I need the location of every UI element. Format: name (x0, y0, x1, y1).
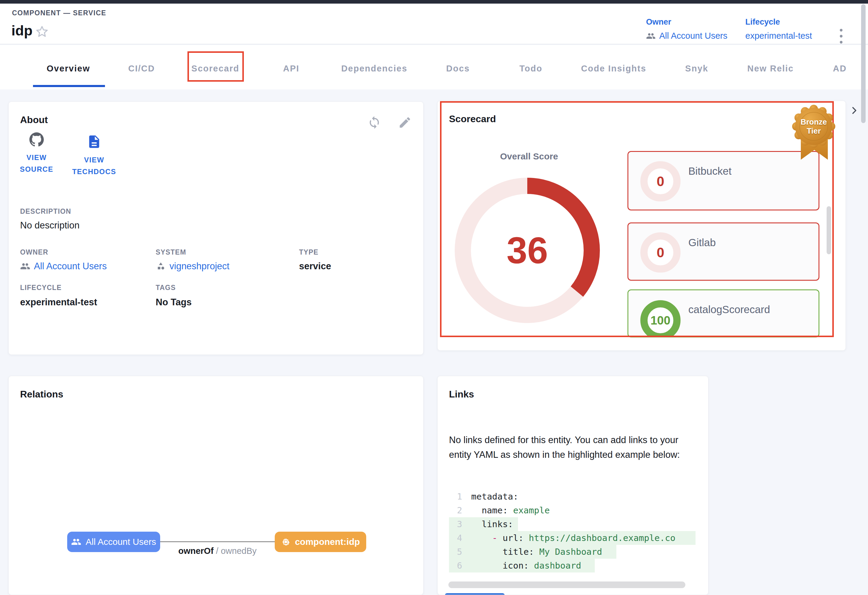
edit-pencil-icon[interactable] (398, 115, 412, 129)
overall-score-label: Overall Score (484, 151, 574, 161)
overall-score-value: 36 (454, 177, 601, 324)
tags-field-label: TAGS (156, 284, 176, 292)
view-source-link[interactable]: VIEW SOURCE (14, 132, 59, 175)
github-icon (30, 132, 44, 147)
people-icon (20, 261, 30, 271)
tabs-overflow-chevron-right-icon[interactable] (849, 105, 860, 116)
tab-ad-truncated[interactable]: AD (833, 64, 847, 74)
type-field-label: TYPE (299, 248, 319, 256)
lifecycle-field-value: experimental-test (20, 297, 97, 308)
links-card: Links No links defined for this entity. … (437, 376, 709, 595)
relation-node-all-account-users[interactable]: All Account Users (67, 532, 160, 552)
lifecycle-value: experimental-test (745, 31, 812, 41)
relation-node-component-idp[interactable]: component:idp (275, 532, 366, 552)
code-horizontal-scrollbar[interactable] (449, 582, 685, 588)
owner-field-label: OWNER (20, 248, 48, 256)
links-empty-text: No links defined for this entity. You ca… (449, 432, 692, 462)
tab-snyk[interactable]: Snyk (685, 64, 708, 74)
tab-cicd[interactable]: CI/CD (128, 64, 155, 74)
owner-label: Owner (646, 18, 727, 27)
more-options-kebab-icon[interactable] (840, 29, 843, 43)
scorecard-item-bitbucket[interactable]: 0 Bitbucket (627, 151, 819, 210)
scorecard-item-gitlab[interactable]: 0 Gitlab (627, 222, 819, 281)
about-card: About VIEW SOURCE VIEW TECHDOCS DESCRIPT… (8, 101, 424, 355)
header-owner: Owner All Account Users (646, 18, 727, 41)
description-label: DESCRIPTION (20, 207, 71, 216)
page-scrollbar[interactable] (861, 4, 866, 123)
view-techdocs-link[interactable]: VIEW TECHDOCS (66, 134, 123, 178)
entity-tabs: Overview CI/CD Scorecard API Dependencie… (0, 45, 868, 89)
tab-docs[interactable]: Docs (446, 64, 470, 74)
techdocs-document-icon (87, 134, 102, 149)
relation-edge (160, 541, 275, 542)
owner-link[interactable]: All Account Users (646, 31, 727, 41)
active-tab-indicator (33, 85, 105, 87)
favorite-star-icon[interactable] (35, 25, 49, 39)
refresh-icon[interactable] (368, 115, 381, 129)
score-ring: 0 (640, 161, 681, 201)
relations-title: Relations (20, 389, 63, 400)
tab-api[interactable]: API (283, 64, 299, 74)
bronze-tier-label: Bronze Tier (790, 102, 838, 150)
yaml-example-code: 1metadata: 2name: example 3links: 4- url… (449, 490, 698, 573)
chip-icon (281, 537, 291, 547)
tab-todo[interactable]: Todo (520, 64, 543, 74)
breadcrumb: COMPONENT — SERVICE (12, 9, 106, 17)
code-line: 1metadata: (449, 490, 698, 503)
scorecard-card: Scorecard Bronze T (437, 101, 846, 351)
tab-code-insights[interactable]: Code Insights (581, 64, 647, 74)
code-line-highlighted: 5title: My Dashboard (449, 545, 616, 559)
page-title: idp (12, 22, 32, 39)
view-source-label: VIEW SOURCE (14, 152, 59, 175)
tab-new-relic[interactable]: New Relic (747, 64, 794, 74)
lifecycle-field-label: LIFECYCLE (20, 284, 62, 292)
scorecard-item-catalogscorecard[interactable]: 100 catalogScorecard (627, 289, 819, 337)
scorecard-title: Scorecard (449, 114, 496, 124)
score-ring: 0 (640, 232, 681, 272)
code-line-highlighted: 4- url: https://dashboard.example.co (449, 531, 695, 545)
entity-header: COMPONENT — SERVICE idp Owner All Accoun… (0, 4, 868, 44)
scorecard-list-scrollbar[interactable] (827, 206, 831, 254)
system-field-link[interactable]: vigneshproject (156, 261, 229, 272)
tab-scorecard[interactable]: Scorecard (191, 64, 239, 74)
owner-value: All Account Users (659, 31, 727, 41)
about-title: About (20, 114, 48, 126)
tab-overview[interactable]: Overview (47, 64, 90, 74)
people-icon (71, 537, 81, 547)
code-line-highlighted: 3links: (449, 517, 518, 531)
tags-field-value: No Tags (156, 297, 192, 308)
people-icon (646, 31, 655, 41)
tab-dependencies[interactable]: Dependencies (341, 64, 407, 74)
links-title: Links (449, 389, 474, 400)
description-value: No description (20, 220, 80, 231)
relations-card: Relations ownerOf / ownedBy All Account … (8, 376, 424, 595)
top-accent-bar (0, 0, 868, 4)
entity-page: COMPONENT — SERVICE idp Owner All Accoun… (0, 0, 868, 595)
score-ring: 100 (640, 300, 681, 337)
system-field-label: SYSTEM (156, 248, 186, 256)
code-line-highlighted: 6icon: dashboard (449, 559, 595, 573)
owner-field-link[interactable]: All Account Users (20, 261, 107, 272)
relation-edge-label: ownerOf / ownedBy (160, 546, 275, 556)
lifecycle-label: Lifecycle (745, 18, 812, 27)
code-line: 2name: example (449, 503, 698, 517)
view-techdocs-label: VIEW TECHDOCS (66, 154, 123, 178)
type-field-value: service (299, 261, 331, 272)
system-icon (156, 261, 166, 271)
links-action-button-partial[interactable] (445, 593, 505, 595)
header-lifecycle: Lifecycle experimental-test (745, 18, 812, 41)
